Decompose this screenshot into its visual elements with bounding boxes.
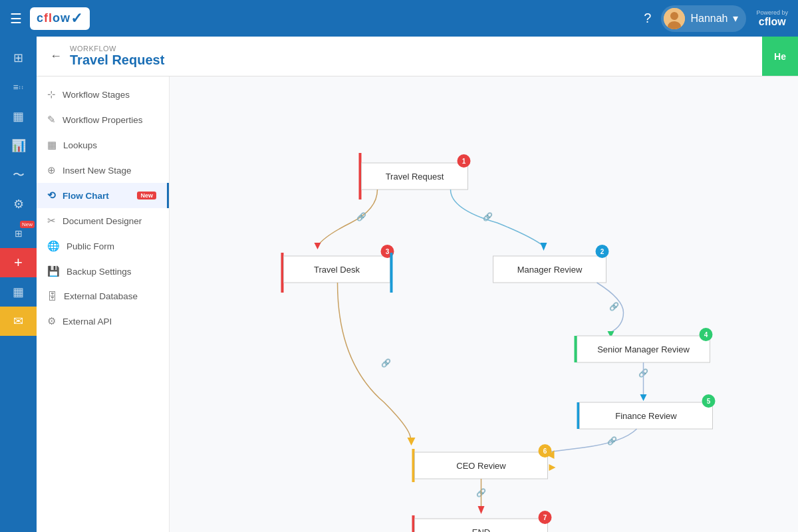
- menu-item-insert-stage[interactable]: ⊕ Insert New Stage: [37, 158, 169, 183]
- workflow-stages-icon: ⊹: [47, 88, 56, 100]
- menu-item-external-database[interactable]: 🗄 External Database: [37, 284, 169, 309]
- main-content: Travel Request 1 🔗 🔗 Travel Desk 3: [170, 76, 798, 532]
- svg-text:Travel Request: Travel Request: [386, 172, 444, 182]
- avatar: [664, 8, 685, 29]
- svg-rect-36: [415, 452, 548, 479]
- sidebar-icon-calendar[interactable]: ▦: [0, 102, 37, 131]
- navbar-right: ? Hannah ▾ Powered by cflow: [644, 5, 788, 32]
- svg-point-24: [700, 328, 713, 341]
- svg-text:END: END: [472, 527, 490, 532]
- external-database-icon: 🗄: [47, 291, 57, 302]
- svg-text:🔗: 🔗: [638, 368, 648, 378]
- menu-item-workflow-properties[interactable]: ✎ Workflow Properties: [37, 107, 169, 132]
- svg-rect-4: [362, 163, 468, 190]
- menu-label-workflow-properties: Workflow Properties: [63, 115, 143, 125]
- public-form-icon: 🌐: [47, 240, 60, 252]
- flowchart-area: Travel Request 1 🔗 🔗 Travel Desk 3: [170, 76, 798, 532]
- svg-text:7: 7: [543, 514, 547, 521]
- menu-item-external-api[interactable]: ⚙ External API: [37, 309, 169, 334]
- external-api-icon: ⚙: [47, 315, 56, 327]
- sidebar-icon-table[interactable]: ▦: [0, 277, 37, 307]
- menu-label-document-designer: Document Designer: [63, 216, 142, 226]
- workflow-properties-icon: ✎: [47, 114, 56, 126]
- navbar: ☰ cflow✓ ? Hannah ▾ Powered by cflow: [0, 0, 798, 37]
- new-badge: New: [137, 192, 156, 200]
- svg-rect-42: [415, 519, 548, 532]
- user-menu[interactable]: Hannah ▾: [661, 5, 746, 32]
- menu-panel: ⊹ Workflow Stages ✎ Workflow Properties …: [37, 76, 170, 532]
- svg-point-6: [458, 154, 471, 168]
- menu-item-flow-chart[interactable]: ⟲ Flow Chart New: [37, 183, 169, 208]
- svg-rect-35: [412, 449, 415, 482]
- app-logo: cflow✓: [30, 7, 90, 30]
- backup-settings-icon: 💾: [47, 265, 60, 277]
- svg-text:🔗: 🔗: [609, 301, 619, 311]
- menu-item-backup-settings[interactable]: 💾 Backup Settings: [37, 259, 169, 284]
- help-icon[interactable]: ?: [644, 11, 651, 26]
- document-designer-icon: ✂: [47, 215, 56, 227]
- svg-rect-28: [577, 402, 580, 429]
- page-header: ← WORKFLOW Travel Request He: [37, 37, 798, 76]
- svg-rect-11: [284, 256, 390, 283]
- svg-rect-10: [281, 253, 284, 293]
- flow-chart-icon: ⟲: [47, 190, 56, 201]
- svg-rect-3: [359, 153, 362, 200]
- svg-text:Travel Desk: Travel Desk: [314, 265, 360, 275]
- svg-text:2: 2: [600, 248, 604, 255]
- svg-text:🔗: 🔗: [476, 487, 486, 497]
- sidebar-icon-dashboard[interactable]: ⊞: [0, 43, 37, 72]
- powered-by: Powered by cflow: [756, 9, 788, 28]
- svg-text:🔗: 🔗: [356, 211, 366, 221]
- svg-text:5: 5: [707, 398, 711, 405]
- sidebar-icon-apps[interactable]: ⊞ New: [0, 219, 37, 248]
- sidebar-icon-filter[interactable]: ≡↕↕: [0, 72, 37, 102]
- icon-sidebar: ⊞ ≡↕↕ ▦ 📊 〜 ⚙ ⊞ New + ▦ ✉: [0, 37, 37, 532]
- svg-rect-29: [580, 402, 713, 429]
- svg-text:Manager Review: Manager Review: [517, 265, 583, 275]
- menu-label-backup-settings: Backup Settings: [66, 267, 132, 277]
- sidebar-icon-settings[interactable]: ⚙: [0, 190, 37, 219]
- svg-text:🔗: 🔗: [607, 436, 617, 446]
- svg-rect-26: [575, 336, 577, 362]
- insert-stage-icon: ⊕: [47, 164, 56, 176]
- menu-item-document-designer[interactable]: ✂ Document Designer: [37, 208, 169, 233]
- menu-label-flow-chart: Flow Chart: [63, 191, 109, 201]
- menu-label-insert-stage: Insert New Stage: [63, 166, 132, 176]
- svg-point-44: [539, 511, 552, 524]
- svg-text:Finance Review: Finance Review: [615, 411, 677, 421]
- hamburger-menu[interactable]: ☰: [10, 11, 22, 27]
- page-title: Travel Request: [70, 53, 164, 68]
- menu-item-public-form[interactable]: 🌐 Public Form: [37, 233, 169, 259]
- svg-point-19: [596, 245, 609, 258]
- svg-point-13: [381, 245, 394, 258]
- svg-text:Senior Manager Review: Senior Manager Review: [597, 344, 690, 354]
- sidebar-icon-inbox[interactable]: ✉: [0, 307, 37, 336]
- menu-label-external-database: External Database: [64, 291, 138, 301]
- help-button[interactable]: He: [762, 37, 798, 76]
- breadcrumb-area: WORKFLOW Travel Request: [70, 45, 164, 68]
- svg-rect-17: [493, 256, 606, 283]
- svg-text:3: 3: [386, 248, 390, 255]
- svg-text:🔗: 🔗: [483, 211, 493, 221]
- flowchart-svg: Travel Request 1 🔗 🔗 Travel Desk 3: [170, 76, 798, 532]
- menu-item-lookups[interactable]: ▦ Lookups: [37, 132, 169, 158]
- user-name: Hannah: [690, 13, 728, 25]
- svg-point-1: [670, 12, 678, 20]
- menu-label-lookups: Lookups: [63, 140, 97, 150]
- sidebar-icon-line-chart[interactable]: 〜: [0, 160, 37, 190]
- svg-point-31: [702, 394, 716, 408]
- sidebar-icon-add[interactable]: +: [0, 248, 37, 277]
- back-button[interactable]: ←: [50, 49, 62, 63]
- breadcrumb-label: WORKFLOW: [70, 45, 164, 53]
- svg-text:1: 1: [462, 158, 466, 165]
- sidebar-icon-chart[interactable]: 📊: [0, 131, 37, 160]
- svg-text:🔗: 🔗: [381, 358, 391, 368]
- svg-rect-22: [577, 336, 710, 362]
- svg-rect-15: [390, 253, 393, 293]
- dropdown-icon: ▾: [733, 12, 738, 25]
- svg-text:4: 4: [704, 331, 708, 338]
- svg-text:6: 6: [543, 448, 547, 455]
- svg-point-38: [539, 444, 552, 458]
- menu-item-workflow-stages[interactable]: ⊹ Workflow Stages: [37, 82, 169, 107]
- svg-text:CEO Review: CEO Review: [456, 461, 506, 471]
